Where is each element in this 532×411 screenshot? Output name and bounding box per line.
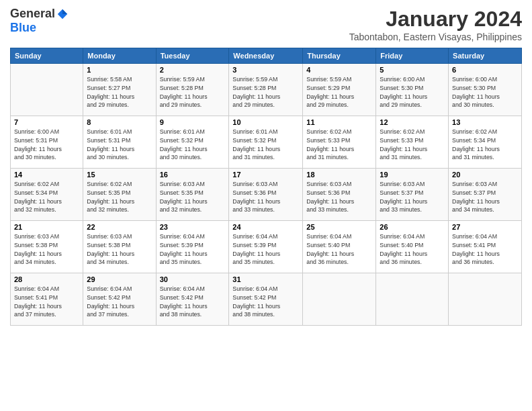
day-info: Sunrise: 6:04 AMSunset: 5:39 PMDaylight:…	[232, 232, 299, 267]
calendar-day-cell: 16Sunrise: 6:03 AMSunset: 5:35 PMDayligh…	[156, 169, 229, 221]
day-number: 5	[380, 66, 445, 74]
day-info: Sunrise: 6:02 AMSunset: 5:34 PMDaylight:…	[452, 128, 518, 162]
day-number: 26	[380, 223, 445, 231]
calendar-day-cell: 20Sunrise: 6:03 AMSunset: 5:37 PMDayligh…	[449, 169, 522, 221]
day-number: 19	[380, 171, 445, 179]
calendar-day-cell: 27Sunrise: 6:04 AMSunset: 5:41 PMDayligh…	[449, 221, 522, 273]
weekday-header: Tuesday	[156, 48, 229, 64]
day-number: 2	[160, 66, 226, 74]
day-info: Sunrise: 6:04 AMSunset: 5:40 PMDaylight:…	[380, 232, 445, 267]
day-info: Sunrise: 6:03 AMSunset: 5:37 PMDaylight:…	[380, 180, 445, 214]
calendar-day-cell: 30Sunrise: 6:04 AMSunset: 5:42 PMDayligh…	[156, 273, 229, 326]
day-number: 22	[87, 223, 152, 231]
day-number: 27	[452, 223, 518, 231]
day-info: Sunrise: 6:03 AMSunset: 5:36 PMDaylight:…	[232, 180, 299, 214]
calendar-week-row: 7Sunrise: 6:00 AMSunset: 5:31 PMDaylight…	[11, 116, 522, 169]
day-number: 13	[452, 118, 518, 126]
day-info: Sunrise: 6:03 AMSunset: 5:35 PMDaylight:…	[160, 180, 226, 214]
calendar-day-cell: 5Sunrise: 6:00 AMSunset: 5:30 PMDaylight…	[376, 64, 449, 116]
day-info: Sunrise: 6:04 AMSunset: 5:42 PMDaylight:…	[232, 285, 299, 319]
day-number: 25	[306, 223, 372, 231]
day-number: 21	[14, 223, 79, 231]
day-number: 28	[14, 275, 79, 283]
day-info: Sunrise: 6:02 AMSunset: 5:33 PMDaylight:…	[306, 128, 372, 162]
day-info: Sunrise: 6:03 AMSunset: 5:38 PMDaylight:…	[14, 232, 79, 267]
day-number: 4	[306, 66, 372, 74]
calendar-day-cell: 6Sunrise: 6:00 AMSunset: 5:30 PMDaylight…	[449, 64, 522, 116]
calendar-day-cell	[11, 64, 83, 116]
day-info: Sunrise: 5:59 AMSunset: 5:28 PMDaylight:…	[232, 75, 299, 109]
day-info: Sunrise: 6:04 AMSunset: 5:41 PMDaylight:…	[14, 285, 79, 319]
day-number: 16	[160, 171, 226, 179]
day-info: Sunrise: 6:00 AMSunset: 5:31 PMDaylight:…	[14, 128, 79, 162]
day-info: Sunrise: 6:02 AMSunset: 5:35 PMDaylight:…	[87, 180, 152, 214]
calendar-table: SundayMondayTuesdayWednesdayThursdayFrid…	[10, 48, 522, 326]
day-info: Sunrise: 6:04 AMSunset: 5:40 PMDaylight:…	[306, 232, 372, 267]
day-number: 23	[160, 223, 226, 231]
calendar-day-cell	[376, 273, 449, 326]
day-info: Sunrise: 6:04 AMSunset: 5:39 PMDaylight:…	[160, 232, 226, 267]
svg-marker-1	[62, 9, 67, 13]
calendar-day-cell: 2Sunrise: 5:59 AMSunset: 5:28 PMDaylight…	[156, 64, 229, 116]
calendar-day-cell: 17Sunrise: 6:03 AMSunset: 5:36 PMDayligh…	[229, 169, 303, 221]
calendar-day-cell: 10Sunrise: 6:01 AMSunset: 5:32 PMDayligh…	[229, 116, 303, 169]
calendar-day-cell: 14Sunrise: 6:02 AMSunset: 5:34 PMDayligh…	[11, 169, 83, 221]
calendar-day-cell: 24Sunrise: 6:04 AMSunset: 5:39 PMDayligh…	[229, 221, 303, 273]
day-info: Sunrise: 6:00 AMSunset: 5:30 PMDaylight:…	[380, 75, 445, 109]
day-info: Sunrise: 6:03 AMSunset: 5:37 PMDaylight:…	[452, 180, 518, 214]
day-info: Sunrise: 5:59 AMSunset: 5:29 PMDaylight:…	[306, 75, 372, 109]
day-number: 29	[87, 275, 152, 283]
day-number: 1	[87, 66, 152, 74]
calendar-day-cell: 31Sunrise: 6:04 AMSunset: 5:42 PMDayligh…	[229, 273, 303, 326]
logo-icon	[56, 8, 69, 20]
day-number: 11	[306, 118, 372, 126]
weekday-header: Thursday	[303, 48, 376, 64]
calendar-day-cell: 8Sunrise: 6:01 AMSunset: 5:31 PMDaylight…	[83, 116, 156, 169]
calendar-day-cell: 11Sunrise: 6:02 AMSunset: 5:33 PMDayligh…	[303, 116, 376, 169]
day-info: Sunrise: 6:04 AMSunset: 5:41 PMDaylight:…	[452, 232, 518, 267]
day-info: Sunrise: 5:58 AMSunset: 5:27 PMDaylight:…	[87, 75, 152, 109]
calendar-day-cell: 7Sunrise: 6:00 AMSunset: 5:31 PMDaylight…	[11, 116, 83, 169]
header: General Blue January 2024 Tabontabon, Ea…	[10, 7, 522, 42]
day-number: 30	[160, 275, 226, 283]
day-info: Sunrise: 6:01 AMSunset: 5:32 PMDaylight:…	[232, 128, 299, 162]
day-number: 17	[232, 171, 299, 179]
logo-blue: Blue	[10, 21, 36, 35]
page: General Blue January 2024 Tabontabon, Ea…	[0, 0, 532, 411]
day-number: 12	[380, 118, 445, 126]
weekday-header: Friday	[376, 48, 449, 64]
location: Tabontabon, Eastern Visayas, Philippines	[349, 32, 522, 42]
calendar-day-cell: 3Sunrise: 5:59 AMSunset: 5:28 PMDaylight…	[229, 64, 303, 116]
day-info: Sunrise: 6:01 AMSunset: 5:31 PMDaylight:…	[87, 128, 152, 162]
day-number: 8	[87, 118, 152, 126]
logo-general: General	[10, 7, 55, 21]
day-number: 10	[232, 118, 299, 126]
day-info: Sunrise: 6:03 AMSunset: 5:38 PMDaylight:…	[87, 232, 152, 267]
day-info: Sunrise: 6:02 AMSunset: 5:34 PMDaylight:…	[14, 180, 79, 214]
calendar-day-cell: 23Sunrise: 6:04 AMSunset: 5:39 PMDayligh…	[156, 221, 229, 273]
day-info: Sunrise: 5:59 AMSunset: 5:28 PMDaylight:…	[160, 75, 226, 109]
day-number: 7	[14, 118, 79, 126]
calendar-week-row: 1Sunrise: 5:58 AMSunset: 5:27 PMDaylight…	[11, 64, 522, 116]
logo-text: General	[10, 7, 69, 21]
calendar-day-cell: 28Sunrise: 6:04 AMSunset: 5:41 PMDayligh…	[11, 273, 83, 326]
weekday-header: Monday	[83, 48, 156, 64]
day-info: Sunrise: 6:04 AMSunset: 5:42 PMDaylight:…	[160, 285, 226, 319]
day-number: 9	[160, 118, 226, 126]
calendar-day-cell: 22Sunrise: 6:03 AMSunset: 5:38 PMDayligh…	[83, 221, 156, 273]
calendar-day-cell: 19Sunrise: 6:03 AMSunset: 5:37 PMDayligh…	[376, 169, 449, 221]
calendar-day-cell: 9Sunrise: 6:01 AMSunset: 5:32 PMDaylight…	[156, 116, 229, 169]
logo: General Blue	[10, 7, 69, 35]
day-number: 31	[232, 275, 299, 283]
day-number: 24	[232, 223, 299, 231]
calendar-day-cell: 18Sunrise: 6:03 AMSunset: 5:36 PMDayligh…	[303, 169, 376, 221]
month-year: January 2024	[349, 7, 522, 32]
calendar-day-cell	[303, 273, 376, 326]
calendar-day-cell: 15Sunrise: 6:02 AMSunset: 5:35 PMDayligh…	[83, 169, 156, 221]
day-info: Sunrise: 6:00 AMSunset: 5:30 PMDaylight:…	[452, 75, 518, 109]
weekday-header: Saturday	[449, 48, 522, 64]
day-info: Sunrise: 6:04 AMSunset: 5:42 PMDaylight:…	[87, 285, 152, 319]
day-info: Sunrise: 6:03 AMSunset: 5:36 PMDaylight:…	[306, 180, 372, 214]
calendar-day-cell: 4Sunrise: 5:59 AMSunset: 5:29 PMDaylight…	[303, 64, 376, 116]
title-block: January 2024 Tabontabon, Eastern Visayas…	[349, 7, 522, 42]
